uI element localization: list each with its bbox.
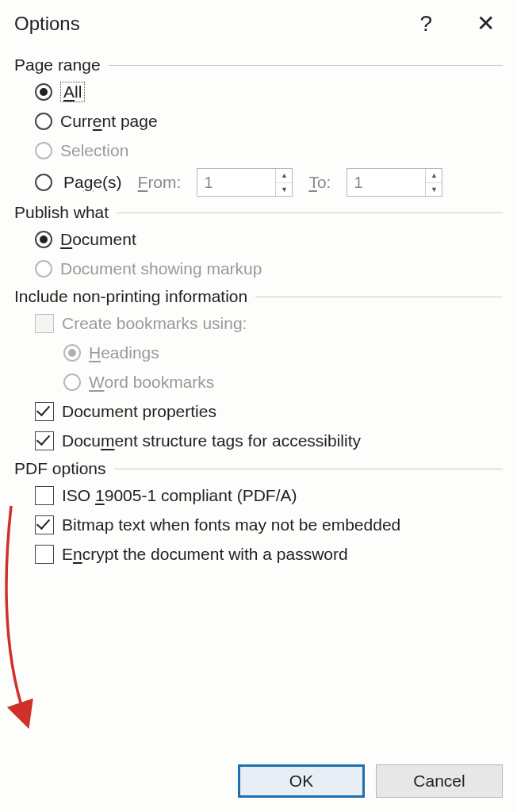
- group-pdf: ISO 19005-1 compliant (PDF/A) Bitmap tex…: [14, 484, 503, 566]
- help-icon[interactable]: ?: [419, 13, 432, 35]
- group-pdf-header: PDF options: [14, 459, 503, 478]
- check-structure-tags[interactable]: [35, 431, 54, 450]
- to-input[interactable]: [347, 169, 425, 196]
- title-actions: ? ✕: [419, 13, 503, 35]
- close-icon[interactable]: ✕: [477, 13, 495, 35]
- rule: [255, 297, 503, 297]
- radio-all-label[interactable]: All: [60, 82, 85, 102]
- check-structure-tags-label[interactable]: Document structure tags for accessibilit…: [62, 431, 361, 450]
- ok-button[interactable]: OK: [238, 764, 365, 798]
- from-input[interactable]: [197, 169, 275, 196]
- radio-selection-label: Selection: [60, 141, 128, 160]
- check-create-bookmarks: [35, 314, 54, 333]
- rule: [114, 469, 503, 469]
- radio-selection: [35, 142, 52, 159]
- radio-document-markup-label: Document showing markup: [60, 259, 262, 278]
- check-encrypt-label[interactable]: Encrypt the document with a password: [62, 545, 348, 564]
- radio-document-markup: [35, 260, 52, 278]
- group-nonprint: Create bookmarks using: Headings Word bo…: [14, 312, 503, 453]
- chevron-down-icon[interactable]: ▼: [426, 183, 442, 197]
- radio-pages[interactable]: [35, 174, 52, 191]
- radio-document[interactable]: [35, 231, 52, 248]
- group-publish: Document Document showing markup: [14, 228, 503, 281]
- radio-headings-label: Headings: [89, 343, 159, 362]
- chevron-down-icon[interactable]: ▼: [276, 183, 292, 197]
- check-iso-label[interactable]: ISO 19005-1 compliant (PDF/A): [62, 486, 297, 505]
- radio-all[interactable]: [35, 83, 52, 101]
- radio-word-bookmarks-label: Word bookmarks: [89, 373, 214, 392]
- group-pdf-label: PDF options: [14, 459, 106, 478]
- titlebar: Options ? ✕: [14, 8, 503, 49]
- group-nonprint-header: Include non-printing information: [14, 287, 503, 306]
- radio-headings: [63, 344, 81, 362]
- radio-current-page[interactable]: [35, 113, 52, 130]
- radio-word-bookmarks: [63, 373, 81, 391]
- chevron-up-icon[interactable]: ▲: [276, 169, 292, 183]
- check-bitmap[interactable]: [35, 515, 54, 534]
- group-publish-label: Publish what: [14, 203, 109, 222]
- from-spin-buttons[interactable]: ▲▼: [275, 169, 292, 196]
- cancel-button[interactable]: Cancel: [376, 764, 503, 798]
- group-page-range: All Current page Selection Page(s) From:…: [14, 80, 503, 197]
- from-spinner[interactable]: ▲▼: [197, 168, 293, 197]
- radio-pages-label[interactable]: Page(s): [63, 173, 122, 192]
- to-spin-buttons[interactable]: ▲▼: [425, 169, 442, 196]
- radio-current-page-label[interactable]: Current page: [60, 112, 158, 131]
- check-bitmap-label[interactable]: Bitmap text when fonts may not be embedd…: [62, 515, 400, 534]
- group-page-range-label: Page range: [14, 56, 101, 75]
- to-label: To:: [308, 173, 331, 192]
- group-nonprint-label: Include non-printing information: [14, 287, 247, 306]
- group-publish-header: Publish what: [14, 203, 503, 222]
- radio-document-label[interactable]: Document: [60, 230, 136, 249]
- rule: [109, 65, 503, 66]
- check-iso[interactable]: [35, 486, 54, 505]
- check-doc-properties[interactable]: [35, 402, 54, 421]
- chevron-up-icon[interactable]: ▲: [426, 169, 442, 183]
- check-doc-properties-label[interactable]: Document properties: [62, 402, 216, 421]
- options-dialog: Options ? ✕ Page range All Current page …: [0, 0, 517, 812]
- check-create-bookmarks-label: Create bookmarks using:: [62, 314, 247, 333]
- to-spinner[interactable]: ▲▼: [347, 168, 442, 197]
- group-page-range-header: Page range: [14, 56, 503, 75]
- dialog-footer: OK Cancel: [238, 764, 503, 798]
- dialog-title: Options: [14, 13, 80, 35]
- check-encrypt[interactable]: [35, 545, 54, 564]
- from-label: From:: [138, 173, 182, 192]
- rule: [117, 213, 503, 213]
